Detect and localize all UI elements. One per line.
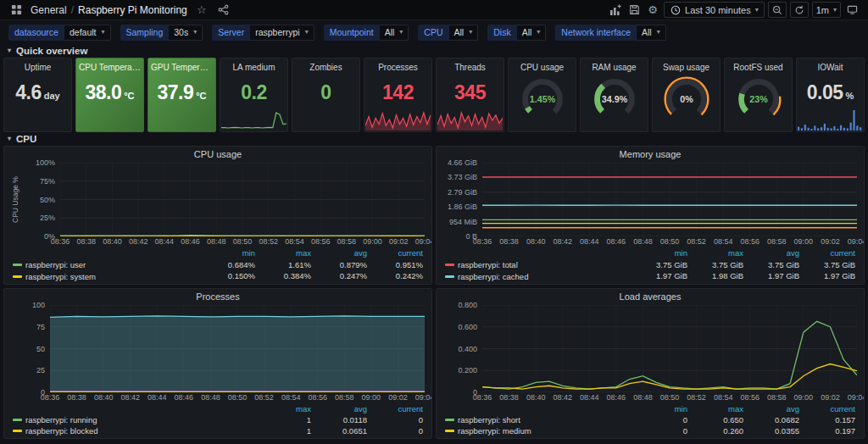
variable-value-dropdown[interactable]: raspberrypi▾ <box>250 25 314 41</box>
refresh-interval-dropdown[interactable]: 1m ▾ <box>812 2 841 18</box>
legend-value: 0.0651 <box>318 425 367 436</box>
variable-value-dropdown[interactable]: All▾ <box>380 25 409 41</box>
variable-value-dropdown[interactable]: All▾ <box>637 25 666 41</box>
tv-mode-icon[interactable] <box>844 3 860 18</box>
zoom-out-button[interactable] <box>768 2 787 18</box>
x-tick-label: 08:36 <box>41 393 60 402</box>
legend-column-max[interactable]: max <box>262 403 311 414</box>
legend-column-min[interactable]: min <box>638 247 687 259</box>
charts-row-1: CPU usageCPU Usage %100%75%50%25%0%08:36… <box>0 146 868 285</box>
save-dashboard-icon[interactable] <box>626 3 642 18</box>
y-tick-label: 954 MiB <box>449 218 477 226</box>
stat-value-number: 0.2 <box>241 81 266 103</box>
panel-title[interactable]: CPU usage <box>4 147 431 161</box>
x-axis: 08:3608:3808:4008:4208:4408:4608:4808:50… <box>482 392 857 402</box>
gauge-cpu-usage: 1.45% <box>509 74 576 123</box>
legend-column-current[interactable]: current <box>806 247 855 259</box>
x-tick-label: 08:36 <box>473 237 492 246</box>
legend-column-current[interactable]: current <box>806 403 855 414</box>
panel-title[interactable]: RAM usage <box>581 58 648 72</box>
variable-current-value: 30s <box>174 27 188 37</box>
time-range-picker[interactable]: Last 30 minutes ▾ <box>664 2 765 18</box>
legend-column-avg[interactable]: avg <box>750 403 799 414</box>
breadcrumb-folder[interactable]: General <box>31 4 67 16</box>
x-tick-label: 09:00 <box>362 393 381 402</box>
plot-canvas[interactable] <box>60 163 425 236</box>
x-tick-label: 08:52 <box>687 237 706 246</box>
variable-value-dropdown[interactable]: 30s▾ <box>169 25 203 41</box>
x-tick-label: 08:44 <box>580 393 599 402</box>
legend-series-toggle[interactable]: raspberrypi: system <box>13 270 199 282</box>
variable-label: Mountpoint <box>324 25 380 41</box>
y-tick-label: 0.800 <box>458 301 477 309</box>
panel-title[interactable]: LA medium <box>220 58 287 72</box>
legend: minmaxavgcurrentraspberrypi: total3.75 G… <box>443 247 857 282</box>
share-icon[interactable] <box>216 3 231 18</box>
panel-title[interactable]: CPU usage <box>509 58 576 72</box>
row-toggle-quick-overview[interactable]: ▾ Quick overview <box>0 44 868 58</box>
panel-title[interactable]: GPU Temperat... <box>148 58 215 72</box>
y-tick-label: 75% <box>40 177 55 186</box>
dashboards-grid-icon[interactable] <box>8 3 24 18</box>
settings-gear-icon[interactable]: ⚙ <box>645 3 660 18</box>
panel-title[interactable]: RootFS used <box>725 58 792 72</box>
x-tick-label: 08:58 <box>767 393 787 402</box>
x-tick-label: 08:36 <box>51 237 70 246</box>
panel-title[interactable]: Uptime <box>4 58 71 72</box>
y-axis: 1007550250 <box>11 305 50 392</box>
panel-title[interactable]: Processes <box>4 289 431 303</box>
legend-value: 0.242% <box>374 270 423 282</box>
refresh-button[interactable] <box>790 2 809 18</box>
plot-canvas[interactable] <box>482 305 857 392</box>
x-tick-label: 08:50 <box>228 393 248 402</box>
legend-column-max[interactable]: max <box>262 247 311 259</box>
row-toggle-cpu[interactable]: ▾ CPU <box>0 132 868 146</box>
legend-column-current[interactable]: current <box>374 403 423 414</box>
legend-column-max[interactable]: max <box>694 247 743 259</box>
sparkline <box>365 108 431 130</box>
x-tick-label: 08:50 <box>660 237 680 246</box>
x-tick-label: 08:46 <box>175 393 194 402</box>
legend-value: 0.0682 <box>750 414 799 425</box>
plot-canvas[interactable] <box>50 305 425 392</box>
stat-value: 37.9°C <box>148 83 215 103</box>
panel-title[interactable]: Processes <box>364 58 431 72</box>
legend-column-max[interactable]: max <box>694 403 743 414</box>
legend-series-toggle[interactable]: raspberrypi: cached <box>445 270 632 282</box>
legend-column-avg[interactable]: avg <box>750 247 799 259</box>
x-axis: 08:3608:3808:4008:4208:4408:4608:4808:50… <box>482 236 857 247</box>
panel-title[interactable]: Load averages <box>437 289 864 303</box>
add-panel-icon[interactable] <box>608 3 623 18</box>
variable-label: Server <box>212 25 250 41</box>
legend-series-toggle[interactable]: raspberrypi: total <box>445 259 632 271</box>
legend-column-min[interactable]: min <box>638 403 687 414</box>
variable-value-dropdown[interactable]: All▾ <box>449 25 479 41</box>
panel-title[interactable]: Memory usage <box>437 147 864 161</box>
variable-value-dropdown[interactable]: default▾ <box>64 25 111 41</box>
caret-down-icon: ▾ <box>305 29 309 36</box>
legend-value: 0.157 <box>806 414 855 425</box>
legend-series-toggle[interactable]: raspberrypi: running <box>13 414 255 425</box>
svg-text:0%: 0% <box>680 94 693 104</box>
panel-title[interactable]: CPU Temperat... <box>76 58 143 72</box>
panel-title[interactable]: IOWait <box>797 58 864 72</box>
legend-column-avg[interactable]: avg <box>318 247 367 259</box>
legend-column-avg[interactable]: avg <box>318 403 367 414</box>
legend-series-toggle[interactable]: raspberrypi: medium <box>445 425 632 436</box>
panel-title[interactable]: Zombies <box>292 58 359 72</box>
legend-series-toggle[interactable]: raspberrypi: blocked <box>13 425 255 436</box>
panel-title[interactable]: Threads <box>437 58 504 72</box>
legend-column-current[interactable]: current <box>374 247 423 259</box>
y-axis: 0.8000.6000.4000.2000 <box>443 305 482 392</box>
legend-value: 0.0355 <box>750 425 799 436</box>
legend-series-toggle[interactable]: raspberrypi: user <box>13 259 199 271</box>
x-tick-label: 08:40 <box>526 393 546 402</box>
variable-value-dropdown[interactable]: All▾ <box>517 25 547 41</box>
star-icon[interactable]: ☆ <box>194 3 209 18</box>
panel-title[interactable]: Swap usage <box>653 58 720 72</box>
plot-canvas[interactable] <box>482 163 857 236</box>
legend-spacer <box>13 247 199 259</box>
variable-cpu: CPUAll▾ <box>418 25 478 41</box>
legend-series-toggle[interactable]: raspberrypi: short <box>445 414 632 425</box>
legend-column-min[interactable]: min <box>206 247 255 259</box>
